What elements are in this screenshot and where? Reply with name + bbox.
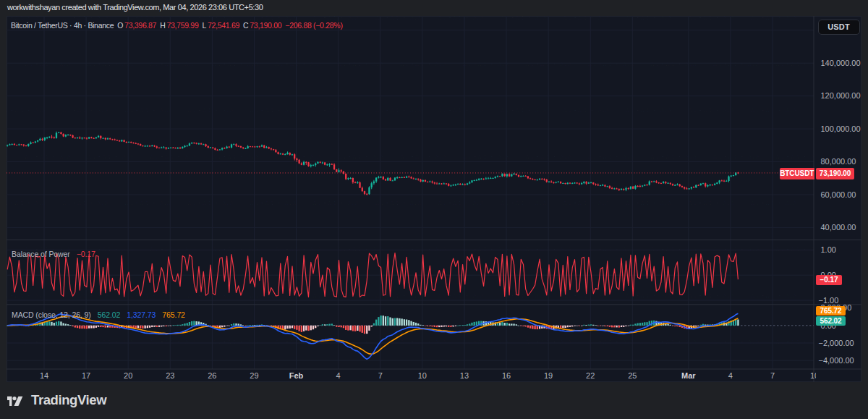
chart-header: Bitcoin / TetherUS · 4h · Binance O 73,3… xyxy=(11,21,343,30)
time-axis-label: 7 xyxy=(378,371,383,380)
bop-value-tag: −0.17 xyxy=(816,275,842,286)
time-axis-labels: 141720232629Feb47101316192225Mar4710 xyxy=(40,371,819,380)
time-axis-label: 22 xyxy=(586,371,595,380)
time-axis-label: Feb xyxy=(289,371,304,380)
macd-axis-label: −2,000.00 xyxy=(819,339,854,347)
time-axis-label: 7 xyxy=(770,371,775,380)
time-axis-label: 16 xyxy=(502,371,511,380)
change-value: −206.88 (−0.28%) xyxy=(285,21,342,30)
tradingview-logo-icon xyxy=(7,396,26,407)
price-axis-label: 100,000.00 xyxy=(821,124,861,133)
price-tag-value: 73,190.00 xyxy=(816,168,854,179)
macd-signal-tag: 765.72 xyxy=(816,306,846,316)
macd-legend-title[interactable]: MACD (close, 12, 26, 9) xyxy=(12,310,91,319)
price-axis-label: 60,000.00 xyxy=(821,190,856,199)
bop-legend-value: −0.17 xyxy=(77,250,95,258)
bop-axis-label: 1.00 xyxy=(821,245,836,254)
low-value: 72,541.69 xyxy=(208,21,239,30)
bop-legend-title[interactable]: Balance of Power xyxy=(12,250,70,258)
time-axis-label: 25 xyxy=(628,371,637,380)
pane-separators xyxy=(7,16,861,382)
time-axis-label: 10 xyxy=(810,371,819,380)
time-axis-label: 10 xyxy=(418,371,427,380)
open-label: O xyxy=(117,21,123,30)
time-axis-label: 13 xyxy=(460,371,469,380)
price-axis-label: 140,000.00 xyxy=(821,59,861,67)
tradingview-logo-text: TradingView xyxy=(31,392,106,408)
price-tag-symbol: BTCUSDT xyxy=(780,168,814,179)
time-axis-label: 17 xyxy=(82,371,90,380)
bop-legend: Balance of Power −0.17 xyxy=(12,250,95,258)
time-axis-label: 29 xyxy=(250,371,258,380)
high-label: H xyxy=(160,21,165,30)
macd-signal-value: 765.72 xyxy=(162,310,185,319)
macd-legend: MACD (close, 12, 26, 9) 562.02 1,327.73 … xyxy=(12,310,185,319)
chart-plot[interactable]: 140,000.00120,000.00100,000.0080,000.006… xyxy=(0,0,868,419)
time-axis-label: 4 xyxy=(728,371,733,380)
price-axis-label: 120,000.00 xyxy=(821,91,861,100)
macd-hist-tag: 562.02 xyxy=(816,316,846,326)
macd-hist-value: 562.02 xyxy=(98,310,121,319)
time-axis-label: 4 xyxy=(336,371,341,380)
price-axis-label: 80,000.00 xyxy=(821,157,856,166)
price-axis-label: 40,000.00 xyxy=(821,223,856,232)
currency-toggle-button[interactable]: USDT xyxy=(818,20,860,35)
tradingview-logo[interactable]: TradingView xyxy=(7,394,106,408)
symbol-title[interactable]: Bitcoin / TetherUS · 4h · Binance xyxy=(11,21,114,30)
time-axis-label: Mar xyxy=(681,371,696,380)
time-axis-label: 14 xyxy=(40,371,48,380)
close-label: C xyxy=(243,21,248,30)
time-axis-label: 19 xyxy=(544,371,553,380)
macd-signal-line xyxy=(7,316,738,355)
macd-axis-label: −4,000.00 xyxy=(819,356,854,365)
time-axis-label: 23 xyxy=(166,371,174,380)
macd-line-value: 1,327.73 xyxy=(127,310,156,319)
high-value: 73,759.99 xyxy=(166,21,198,30)
time-axis-label: 26 xyxy=(208,371,216,380)
open-value: 73,396.87 xyxy=(124,21,156,30)
candles-up xyxy=(7,132,736,195)
macd-line xyxy=(7,313,738,359)
low-label: L xyxy=(202,21,206,30)
time-axis-label: 20 xyxy=(124,371,132,380)
close-value: 73,190.00 xyxy=(250,21,281,30)
